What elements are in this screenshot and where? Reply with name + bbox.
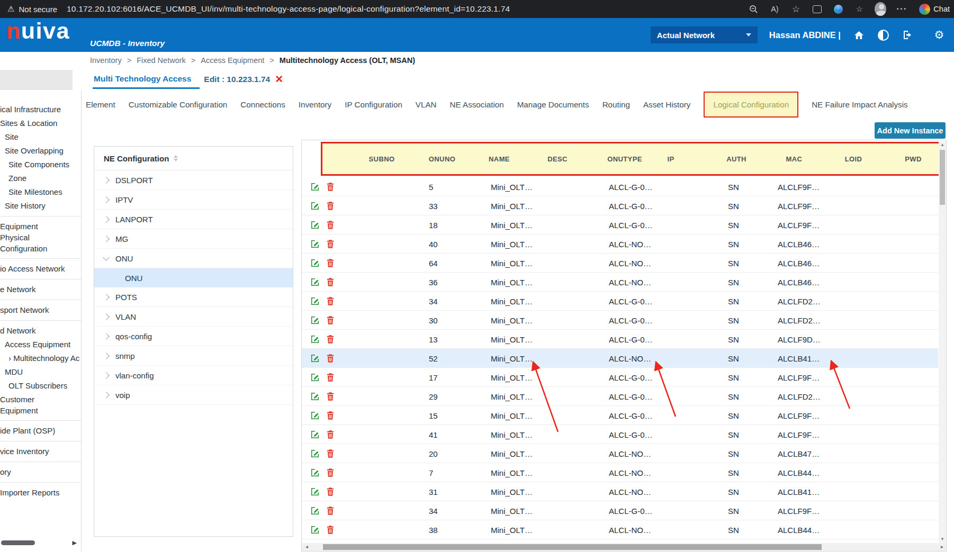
edit-icon[interactable]	[310, 277, 320, 287]
tree-item-vlan[interactable]: VLAN	[94, 307, 293, 327]
column-header-desc[interactable]: DESC	[547, 155, 568, 163]
favorites-star-icon[interactable]: ☆	[790, 3, 802, 15]
tree-item-pots[interactable]: POTS	[94, 287, 293, 307]
delete-icon[interactable]	[326, 182, 335, 191]
tab-customizable-configuration[interactable]: Customizable Configuration	[129, 100, 228, 109]
breadcrumb-link[interactable]: Inventory	[90, 56, 122, 65]
table-row[interactable]: 5Mini_OLT…ALCL-G-0…SNALCLF9F…	[302, 177, 938, 196]
sidebar-item-ide-plant-osp-[interactable]: ide Plant (OSP)	[0, 424, 81, 438]
table-row[interactable]: 34Mini_OLT…ALCL-G-0…SNALCLF9F…	[302, 501, 938, 520]
sidebar-item-access-equipment[interactable]: Access Equipment	[0, 338, 81, 351]
edit-icon[interactable]	[310, 487, 320, 496]
table-row[interactable]: 52Mini_OLT…ALCL-NO…SNALCLB41…	[302, 349, 938, 368]
delete-icon[interactable]	[326, 277, 335, 286]
sidebar-item-d-network[interactable]: d Network	[0, 324, 81, 338]
edit-icon[interactable]	[310, 335, 320, 344]
table-row[interactable]: 64Mini_OLT…ALCL-NO…SNALCLB46…	[302, 254, 938, 273]
tree-item-iptv[interactable]: IPTV	[94, 190, 293, 210]
sidebar-item-zone[interactable]: Zone	[0, 171, 81, 185]
edit-icon[interactable]	[310, 201, 320, 211]
column-header-loid[interactable]: LOID	[845, 155, 862, 163]
sidebar-item-io-access-network[interactable]: io Access Network	[0, 262, 81, 276]
delete-icon[interactable]	[326, 506, 335, 515]
sidebar-item-site-history[interactable]: Site History	[0, 199, 81, 213]
delete-icon[interactable]	[326, 220, 335, 229]
sidebar-item-importer-reports[interactable]: Importer Reports	[0, 486, 81, 500]
tab-multi-technology-access[interactable]: Multi Technology Access	[94, 69, 191, 90]
tab-element[interactable]: Element	[86, 100, 115, 109]
delete-icon[interactable]	[326, 354, 335, 363]
add-new-instance-button[interactable]: Add New Instance	[875, 122, 946, 139]
edit-icon[interactable]	[310, 258, 320, 268]
tree-item-onu[interactable]: ONU	[94, 249, 293, 268]
tab-ip-configuration[interactable]: IP Configuration	[345, 100, 402, 109]
delete-icon[interactable]	[326, 392, 335, 401]
edit-icon[interactable]	[310, 315, 320, 325]
chat-button[interactable]: Chat	[919, 4, 950, 15]
tab-routing[interactable]: Routing	[602, 100, 630, 109]
tree-item-qos-config[interactable]: qos-config	[94, 327, 293, 346]
table-row[interactable]: 40Mini_OLT…ALCL-NO…SNALCLB46…	[302, 234, 938, 254]
delete-icon[interactable]	[326, 373, 335, 382]
tab-asset-history[interactable]: Asset History	[643, 100, 690, 109]
tree-item-mg[interactable]: MG	[94, 229, 293, 249]
security-status[interactable]: ⚠ Not secure	[7, 4, 57, 14]
sidebar-item-site-overlapping[interactable]: Site Overlapping	[0, 144, 81, 158]
table-row[interactable]: 55Mini_OLT…ALCL-NO…SNALCLB41…	[302, 539, 938, 543]
scroll-left-icon[interactable]: ◄	[303, 543, 311, 551]
tab-ne-association[interactable]: NE Association	[450, 100, 504, 109]
edit-icon[interactable]	[310, 182, 320, 192]
column-header-ip[interactable]: IP	[667, 155, 674, 163]
tree-item-vlan-config[interactable]: vlan-config	[94, 366, 293, 385]
favorites-bar-icon[interactable]: ☆	[853, 3, 865, 15]
edit-icon[interactable]	[310, 296, 320, 306]
tab-manage-documents[interactable]: Manage Documents	[517, 100, 589, 109]
sidebar-hscrollbar[interactable]: ▶	[0, 539, 81, 547]
read-aloud-icon[interactable]: A)	[769, 3, 780, 15]
table-row[interactable]: 18Mini_OLT…ALCL-G-0…SNALCLF9F…	[302, 215, 938, 234]
browser-menu-icon[interactable]: ···	[896, 3, 907, 15]
delete-icon[interactable]	[326, 335, 335, 344]
table-row[interactable]: 7Mini_OLT…ALCL-NO…SNALCLB44…	[302, 463, 938, 482]
sidebar-item-multitechnology-ac[interactable]: › Multitechnology Ac	[0, 351, 81, 365]
delete-icon[interactable]	[326, 430, 335, 439]
sidebar-item-ory[interactable]: ory	[0, 465, 81, 479]
split-screen-icon[interactable]	[811, 3, 823, 15]
delete-icon[interactable]	[326, 411, 335, 420]
table-row[interactable]: 38Mini_OLT…ALCL-NO…SNALCLB44…	[302, 520, 938, 539]
edit-icon[interactable]	[310, 373, 320, 382]
sidebar-item-sport-network[interactable]: sport Network	[0, 303, 81, 317]
delete-icon[interactable]	[326, 239, 335, 248]
sidebar-item[interactable]: CustomerEquipment	[0, 393, 81, 417]
user-name[interactable]: Hassan ABDINE |	[769, 30, 841, 40]
edit-icon[interactable]	[310, 449, 320, 458]
close-icon[interactable]: ✕	[275, 74, 283, 84]
tab-inventory[interactable]: Inventory	[299, 100, 331, 109]
column-header-name[interactable]: NAME	[489, 155, 510, 163]
table-row[interactable]: 41Mini_OLT…ALCL-G-0…SNALCLF9F…	[302, 425, 938, 444]
scroll-down-icon[interactable]: ▼	[939, 536, 946, 543]
extension-icon[interactable]	[832, 3, 844, 15]
delete-icon[interactable]	[326, 201, 335, 210]
tree-child-onu[interactable]: ONU	[94, 268, 293, 287]
sidebar-item-e-network[interactable]: e Network	[0, 283, 81, 296]
vscroll-thumb[interactable]	[940, 150, 945, 205]
delete-icon[interactable]	[326, 315, 335, 324]
tree-item-voip[interactable]: voip	[94, 385, 293, 405]
sidebar-item-ical-infrastructure[interactable]: ical Infrastructure	[0, 103, 81, 116]
table-row[interactable]: 30Mini_OLT…ALCL-G-0…SNALCLFD2…	[302, 311, 938, 330]
edit-icon[interactable]	[310, 525, 320, 535]
delete-icon[interactable]	[326, 525, 335, 534]
sidebar-scroll-thumb[interactable]	[1, 540, 35, 545]
sidebar-scroll-right-icon[interactable]: ▶	[73, 539, 77, 546]
table-row[interactable]: 33Mini_OLT…ALCL-G-0…SNALCLF9F…	[302, 196, 938, 215]
sort-icon[interactable]	[174, 155, 178, 161]
table-row[interactable]: 29Mini_OLT…ALCL-G-0…SNALCLFD2…	[302, 387, 938, 406]
sidebar-item-site-milestones[interactable]: Site Milestones	[0, 185, 81, 199]
table-row[interactable]: 36Mini_OLT…ALCL-NO…SNALCLB46…	[302, 273, 938, 292]
scroll-up-icon[interactable]: ▲	[939, 141, 946, 149]
edit-icon[interactable]	[310, 239, 320, 249]
tab-connections[interactable]: Connections	[240, 100, 285, 109]
profile-avatar[interactable]	[875, 3, 886, 15]
sidebar-item-mdu[interactable]: MDU	[0, 365, 81, 379]
